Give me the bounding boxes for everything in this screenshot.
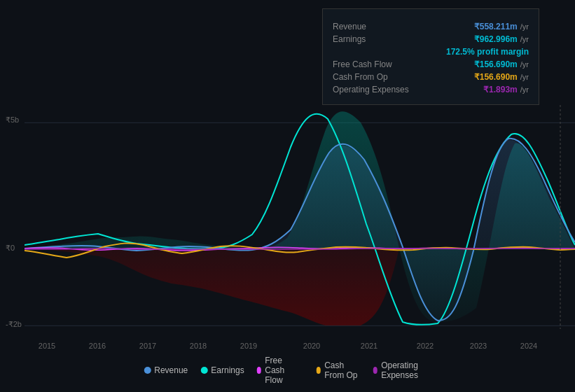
x-label-2024: 2024: [520, 342, 537, 350]
x-label-2023: 2023: [470, 342, 487, 350]
x-label-2016: 2016: [89, 342, 106, 350]
legend: Revenue Earnings Free Cash Flow Cash Fro…: [144, 356, 431, 385]
legend-cash-from-op-dot: [317, 367, 321, 374]
x-label-2020: 2020: [303, 342, 320, 350]
legend-earnings: Earnings: [200, 365, 244, 375]
legend-op-expenses-label: Operating Expenses: [381, 360, 431, 380]
tooltip-earnings: Earnings ₹962.996m/yr: [333, 34, 529, 44]
legend-revenue-dot: [144, 367, 151, 374]
tooltip-op-expenses: Operating Expenses ₹1.893m/yr: [333, 85, 529, 94]
legend-op-expenses-dot: [373, 367, 378, 374]
legend-earnings-label: Earnings: [211, 365, 244, 375]
x-label-2022: 2022: [417, 342, 434, 350]
legend-earnings-dot: [200, 367, 207, 374]
tooltip-fcf: Free Cash Flow ₹156.690m/yr: [333, 59, 529, 69]
legend-cash-from-op-label: Cash From Op: [324, 360, 360, 380]
chart-container: Revenue ₹558.211m/yr Earnings ₹962.996m/…: [0, 0, 575, 392]
legend-revenue: Revenue: [144, 365, 188, 375]
legend-op-expenses: Operating Expenses: [373, 360, 431, 380]
legend-fcf-dot: [257, 367, 262, 374]
x-label-2015: 2015: [39, 342, 55, 350]
legend-fcf-label: Free Cash Flow: [265, 356, 303, 385]
x-label-2018: 2018: [190, 342, 207, 350]
legend-revenue-label: Revenue: [154, 365, 188, 375]
tooltip-profit-margin: 172.5% profit margin: [333, 47, 529, 57]
tooltip-cash-from-op: Cash From Op ₹156.690m/yr: [333, 72, 529, 82]
x-label-2019: 2019: [240, 342, 257, 350]
tooltip-revenue: Revenue ₹558.211m/yr: [333, 22, 529, 31]
x-label-2017: 2017: [139, 342, 156, 350]
x-label-2021: 2021: [361, 342, 377, 350]
tooltip-box: Revenue ₹558.211m/yr Earnings ₹962.996m/…: [322, 8, 539, 105]
legend-cash-from-op: Cash From Op: [317, 360, 361, 380]
legend-fcf: Free Cash Flow: [257, 356, 304, 385]
